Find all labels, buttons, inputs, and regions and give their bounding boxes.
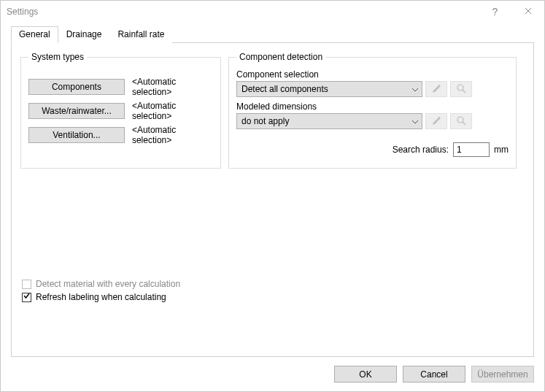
tab-strip: General Drainage Rainfall rate — [11, 26, 534, 43]
components-value: <Automatic selection> — [132, 77, 213, 97]
component-selection-value: Detect all components — [241, 84, 328, 94]
cancel-button[interactable]: Cancel — [403, 366, 465, 383]
tab-drainage[interactable]: Drainage — [58, 26, 110, 43]
eyedropper-icon — [431, 115, 441, 128]
tab-general[interactable]: General — [11, 26, 58, 43]
search-button-2[interactable] — [450, 113, 472, 129]
system-types-legend: System types — [28, 52, 87, 62]
detect-material-label: Detect material with every calculation — [36, 279, 180, 289]
search-button-1[interactable] — [450, 81, 472, 97]
help-icon: ? — [492, 6, 498, 18]
dialog-buttons: OK Cancel Übernehmen — [334, 366, 534, 383]
search-radius-unit: mm — [494, 145, 509, 155]
checkmark-icon — [23, 292, 31, 302]
components-button[interactable]: Components — [28, 79, 125, 95]
modeled-dimensions-value: do not apply — [241, 116, 289, 126]
eyedropper-button-1[interactable] — [425, 81, 447, 97]
component-detection-legend: Component detection — [236, 52, 325, 62]
search-radius-input[interactable] — [453, 142, 490, 157]
window-title: Settings — [7, 7, 38, 17]
search-icon — [456, 115, 466, 128]
ok-button[interactable]: OK — [334, 366, 397, 383]
search-icon — [456, 83, 466, 96]
eyedropper-button-2[interactable] — [425, 113, 447, 129]
detect-material-checkbox[interactable] — [22, 280, 31, 289]
tab-panel-general: System types Components <Automatic selec… — [11, 43, 534, 357]
apply-button[interactable]: Übernehmen — [471, 366, 534, 383]
refresh-labeling-label: Refresh labeling when calculating — [36, 292, 166, 302]
svg-point-1 — [457, 117, 463, 123]
modeled-dimensions-label: Modeled dimensions — [236, 101, 509, 112]
waste-rainwater-value: <Automatic selection> — [132, 101, 213, 121]
component-selection-dropdown[interactable]: Detect all components — [236, 81, 422, 97]
svg-point-0 — [457, 85, 463, 91]
component-selection-label: Component selection — [236, 69, 509, 80]
chevron-down-icon — [411, 84, 419, 94]
search-radius-label: Search radius: — [393, 145, 449, 155]
title-bar: Settings ? — [1, 1, 544, 23]
help-button[interactable]: ? — [479, 1, 511, 23]
eyedropper-icon — [431, 83, 441, 96]
tab-rainfall-rate[interactable]: Rainfall rate — [109, 26, 172, 43]
modeled-dimensions-dropdown[interactable]: do not apply — [236, 113, 422, 129]
ventilation-button[interactable]: Ventilation... — [28, 127, 125, 143]
close-button[interactable] — [511, 1, 544, 23]
waste-rainwater-button[interactable]: Waste/rainwater... — [28, 103, 125, 119]
chevron-down-icon — [411, 116, 419, 126]
system-types-group: System types Components <Automatic selec… — [20, 52, 221, 169]
refresh-labeling-checkbox[interactable] — [22, 293, 31, 302]
ventilation-value: <Automatic selection> — [132, 125, 213, 145]
close-icon — [525, 7, 532, 17]
component-detection-group: Component detection Component selection … — [228, 52, 517, 169]
